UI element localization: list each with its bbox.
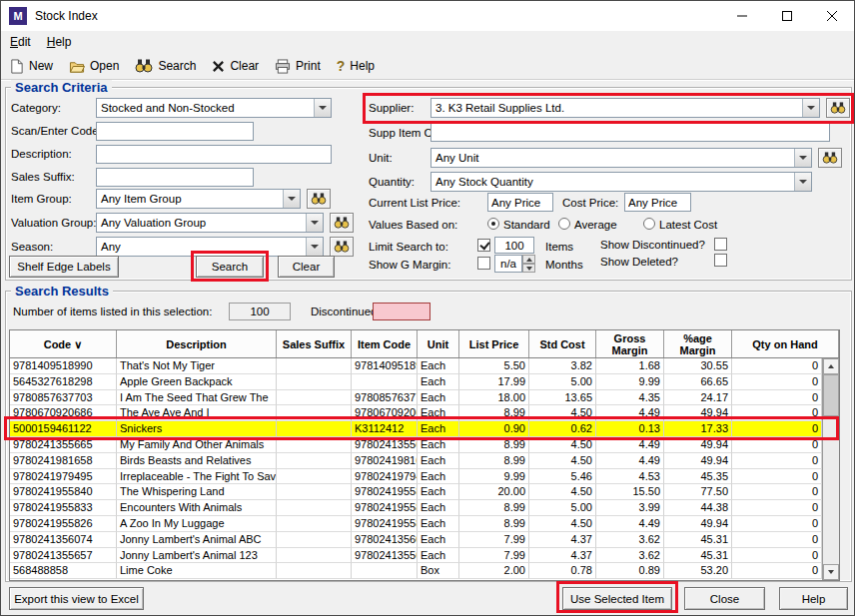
g-margin-value: n/a [494, 255, 522, 273]
current-list-price-input[interactable] [487, 193, 553, 212]
cost-price-input[interactable] [624, 193, 691, 212]
column-header[interactable]: Code ∨ [10, 330, 117, 357]
table-row[interactable]: 9780241981658Birds Beasts and Relatives9… [10, 453, 822, 469]
shelf-edge-labels-button[interactable]: Shelf Edge Labels [9, 256, 119, 278]
table-cell: 4.50 [529, 516, 596, 532]
table-row[interactable]: 9780241355657Jonny Lambert's Animal 1239… [10, 548, 822, 564]
table-cell: 9.99 [459, 469, 529, 485]
supplier-dropdown[interactable]: 3. K3 Retail Supplies Ltd. [430, 98, 820, 118]
supplier-lookup-button[interactable] [826, 98, 850, 118]
radio-average[interactable] [558, 218, 570, 230]
item-group-dropdown[interactable]: Any Item Group [96, 189, 301, 209]
title-bar: M Stock Index [1, 1, 854, 31]
table-row[interactable]: 9780857637703I Am The Seed That Grew The… [10, 390, 822, 406]
scroll-down-button[interactable] [823, 564, 839, 580]
spinner-down-icon[interactable] [522, 264, 535, 273]
table-row[interactable]: 9780241955840The Whispering Land97802419… [10, 484, 822, 500]
radio-latest-cost[interactable] [643, 218, 655, 230]
valuation-group-lookup-button[interactable] [330, 213, 354, 233]
toolbar-print-button[interactable]: Print [275, 59, 321, 74]
table-cell: 9780241355665 [352, 437, 418, 453]
table-row[interactable]: 9780241979495Irreplaceable - The Fight T… [10, 469, 822, 485]
vertical-scrollbar[interactable] [822, 358, 839, 580]
toolbar-open-button[interactable]: Open [69, 59, 119, 74]
chevron-down-icon[interactable] [314, 99, 331, 117]
table-cell: 49.94 [664, 453, 732, 469]
table-row[interactable]: 9780241955833Encounters With Animals9780… [10, 500, 822, 516]
menu-help[interactable]: Help [47, 35, 72, 49]
supp-item-code-input[interactable] [430, 123, 830, 142]
export-to-excel-button[interactable]: Export this view to Excel [9, 587, 144, 610]
table-row[interactable]: 5645327618298Apple Green BackpackEach17.… [10, 374, 822, 390]
table-row[interactable]: 9781409518990That's Not My Tiger97814095… [10, 358, 822, 374]
show-g-margin-checkbox[interactable] [477, 257, 490, 270]
table-cell: That's Not My Tiger [117, 358, 277, 374]
category-dropdown[interactable]: Stocked and Non-Stocked [96, 98, 332, 118]
menu-edit[interactable]: Edit [10, 35, 31, 49]
toolbar-clear-button[interactable]: Clear [212, 59, 259, 73]
maximize-button[interactable] [764, 1, 809, 31]
table-row[interactable]: 5000159461122SnickersK3112412Each0.900.6… [10, 421, 822, 437]
chevron-down-icon[interactable] [802, 99, 819, 117]
show-discontinued-checkbox[interactable] [714, 238, 727, 251]
column-header[interactable]: List Price [459, 330, 529, 357]
table-row[interactable]: 568488858Lime CokeBox2.000.780.8953.200 [10, 563, 822, 579]
valuation-group-dropdown[interactable]: Any Valuation Group [96, 213, 324, 233]
column-header[interactable]: %age Margin [664, 330, 732, 357]
search-button[interactable]: Search [196, 256, 264, 278]
unit-lookup-button[interactable] [818, 148, 842, 168]
clear-button[interactable]: Clear [278, 256, 335, 278]
table-cell: 568488858 [10, 563, 117, 579]
show-deleted-checkbox[interactable] [714, 254, 727, 267]
table-row[interactable]: 9780241355665My Family And Other Animals… [10, 437, 822, 453]
table-cell: 8.99 [459, 437, 529, 453]
column-header[interactable]: Qty on Hand [732, 330, 839, 357]
table-cell: 9780241955833 [352, 500, 418, 516]
use-selected-item-button[interactable]: Use Selected Item [562, 587, 672, 610]
spinner-up-icon[interactable] [522, 255, 535, 264]
sales-suffix-input[interactable] [96, 168, 254, 187]
limit-search-checkbox[interactable] [477, 239, 490, 252]
help-footer-button[interactable]: Help [779, 587, 848, 610]
column-header[interactable]: Description [117, 330, 277, 357]
unit-dropdown[interactable]: Any Unit [430, 148, 812, 168]
item-group-lookup-button[interactable] [307, 189, 331, 209]
chevron-down-icon[interactable] [306, 214, 323, 232]
limit-search-input[interactable] [494, 237, 534, 254]
column-header[interactable]: Sales Suffix [277, 330, 352, 357]
column-header[interactable]: Gross Margin [596, 330, 664, 357]
g-margin-spinner[interactable]: n/a [494, 255, 535, 273]
column-header[interactable]: Std Cost [529, 330, 596, 357]
chevron-down-icon[interactable] [794, 173, 811, 191]
toolbar-search-label: Search [158, 59, 196, 73]
table-cell: 9780241955840 [10, 484, 117, 500]
chevron-down-icon[interactable] [283, 190, 300, 208]
season-dropdown[interactable]: Any [96, 237, 324, 257]
scroll-up-button[interactable] [823, 358, 839, 374]
table-cell: 20.00 [459, 484, 529, 500]
table-row[interactable]: 9780241356074Jonny Lambert's Animal ABC9… [10, 532, 822, 548]
table-cell: 3.62 [596, 548, 664, 564]
chevron-down-icon[interactable] [794, 149, 811, 167]
toolbar-search-button[interactable]: Search [135, 59, 196, 73]
table-row[interactable]: 9780241955826A Zoo In My Luggage97802419… [10, 516, 822, 532]
chevron-down-icon[interactable] [306, 238, 323, 256]
scan-code-input[interactable] [96, 122, 254, 141]
close-button[interactable] [809, 1, 854, 31]
season-lookup-button[interactable] [330, 237, 354, 257]
table-row[interactable]: 9780670920686The Aye Aye And I9780670920… [10, 405, 822, 421]
results-table: Code ∨DescriptionSales SuffixItem CodeUn… [9, 329, 840, 581]
table-cell [277, 358, 352, 374]
column-header[interactable]: Unit [418, 330, 459, 357]
radio-standard[interactable] [487, 218, 499, 230]
quantity-dropdown[interactable]: Any Stock Quantity [430, 172, 812, 192]
scrollbar-thumb[interactable] [823, 374, 839, 416]
description-input[interactable] [96, 145, 332, 164]
table-cell: Encounters With Animals [117, 500, 277, 516]
column-header[interactable]: Item Code [352, 330, 418, 357]
minimize-button[interactable] [719, 1, 764, 31]
toolbar-help-button[interactable]: ? Help [337, 58, 375, 74]
table-cell [277, 390, 352, 406]
close-window-button[interactable]: Close [684, 587, 765, 610]
toolbar-new-button[interactable]: New [9, 59, 53, 74]
